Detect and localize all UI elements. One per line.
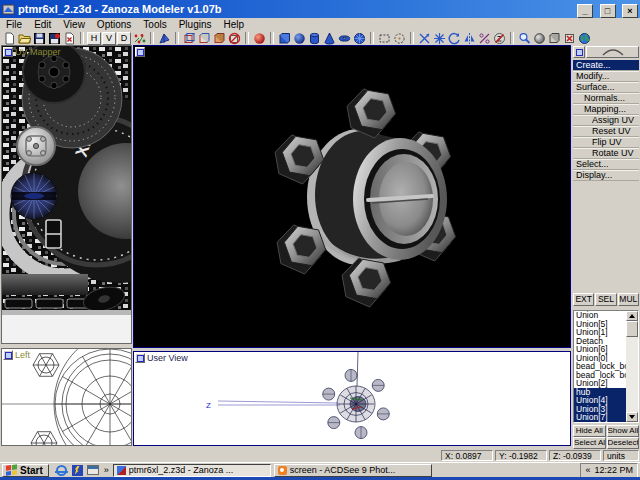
- view-cube-icon[interactable]: [547, 32, 562, 45]
- panel-menu-rotate-uv[interactable]: Rotate UV: [573, 148, 639, 159]
- panel-menu-flip-uv[interactable]: Flip UV: [573, 137, 639, 148]
- panel-menu-create[interactable]: Create...: [573, 60, 639, 71]
- quick-launch-overflow-chevron[interactable]: »: [104, 465, 109, 475]
- select-circle-icon[interactable]: [392, 32, 407, 45]
- viewport-maximize-icon[interactable]: [135, 353, 145, 363]
- menu-help[interactable]: Help: [218, 18, 251, 31]
- textured-cube-icon[interactable]: [212, 32, 227, 45]
- vertex-snap-icon[interactable]: [132, 32, 147, 45]
- menu-edit[interactable]: Edit: [28, 18, 57, 31]
- panel-menu-select[interactable]: Select...: [573, 159, 639, 170]
- prim-cone-icon[interactable]: [322, 32, 337, 45]
- panel-menu-normals[interactable]: Normals...: [573, 93, 639, 104]
- taskbar-task-acdsee[interactable]: screen - ACDSee 9 Phot...: [274, 464, 432, 477]
- scroll-thumb[interactable]: [626, 321, 638, 337]
- no-texture-icon[interactable]: [227, 32, 242, 45]
- mirror-tool-icon[interactable]: [462, 32, 477, 45]
- save-copy-icon[interactable]: [47, 32, 62, 45]
- hide-all-button[interactable]: Hide All: [573, 425, 606, 437]
- taskbar-task-zanoza[interactable]: ptmr6xl_2.z3d - Zanoza ...: [113, 464, 271, 477]
- internet-explorer-icon[interactable]: [55, 464, 68, 477]
- sel-button[interactable]: SEL: [595, 293, 616, 306]
- viewport-maximize-icon[interactable]: [3, 47, 13, 57]
- collapse-panel-button[interactable]: [586, 46, 639, 58]
- toggle-h-button[interactable]: H: [87, 32, 101, 45]
- rotate-tool-icon[interactable]: [447, 32, 462, 45]
- viewport-perspective[interactable]: [133, 45, 571, 348]
- toggle-d-button[interactable]: D: [117, 32, 131, 45]
- toggle-v-button[interactable]: V: [102, 32, 116, 45]
- panel-menu-assign-uv[interactable]: Assign UV: [573, 115, 639, 126]
- increment-snap-icon[interactable]: [477, 32, 492, 45]
- solid-cube-icon[interactable]: [197, 32, 212, 45]
- viewport-maximize-icon[interactable]: [3, 350, 13, 360]
- panel-menu-display[interactable]: Display...: [573, 170, 639, 181]
- uv-texture-image: XL: [2, 46, 131, 343]
- viewport-user-view[interactable]: Z User View: [133, 351, 571, 446]
- panel-menu-surface[interactable]: Surface...: [573, 82, 639, 93]
- object-list-item[interactable]: bead_lock_bolt: [574, 362, 626, 371]
- new-file-icon[interactable]: [2, 32, 17, 45]
- title-bar[interactable]: ptmr6xl_2.z3d - Zanoza Modeler v1.07b _ …: [0, 0, 640, 18]
- panel-menu-mapping[interactable]: Mapping...: [573, 104, 639, 115]
- object-list-item-selected[interactable]: Union[7]: [574, 413, 626, 422]
- prim-geosphere-icon[interactable]: [352, 32, 367, 45]
- close-button[interactable]: ×: [622, 4, 638, 18]
- object-list-item[interactable]: Union[6]: [574, 345, 626, 354]
- object-list-item-selected[interactable]: Union[4]: [574, 396, 626, 405]
- delete-view-icon[interactable]: [562, 32, 577, 45]
- tray-collapse-chevron[interactable]: «: [585, 465, 590, 475]
- menu-tools[interactable]: Tools: [137, 18, 172, 31]
- ext-button[interactable]: EXT: [573, 293, 594, 306]
- wire-cube-icon[interactable]: [182, 32, 197, 45]
- object-list-item[interactable]: Detach: [574, 337, 626, 346]
- local-axes-icon[interactable]: [157, 32, 172, 45]
- prim-cube-icon[interactable]: [277, 32, 292, 45]
- close-file-icon[interactable]: [62, 32, 77, 45]
- select-rect-icon[interactable]: [377, 32, 392, 45]
- show-desktop-icon[interactable]: [87, 464, 100, 477]
- viewport-uv-mapper[interactable]: XL: [1, 45, 132, 344]
- panel-options-icon[interactable]: [573, 46, 585, 58]
- menu-options[interactable]: Options: [91, 18, 137, 31]
- menu-view[interactable]: View: [57, 18, 91, 31]
- restore-button[interactable]: □: [600, 4, 616, 18]
- clock: 12:22 PM: [594, 465, 633, 475]
- panel-menu-modify[interactable]: Modify...: [573, 71, 639, 82]
- object-list-item-selected[interactable]: hub: [574, 388, 626, 397]
- object-list-item[interactable]: bead_lock_bolt[0]: [574, 371, 626, 380]
- menu-file[interactable]: File: [0, 18, 28, 31]
- background-earth-icon[interactable]: [577, 32, 592, 45]
- scale-tool-icon[interactable]: [432, 32, 447, 45]
- object-list-item[interactable]: Union[5]: [574, 320, 626, 329]
- save-icon[interactable]: [32, 32, 47, 45]
- object-list[interactable]: Union Union[5] Union[1] Detach Union[6] …: [573, 310, 639, 423]
- pan-sphere-icon[interactable]: [532, 32, 547, 45]
- minimize-button[interactable]: _: [577, 4, 593, 18]
- mul-button[interactable]: MUL: [618, 293, 639, 306]
- z-lock-icon[interactable]: [492, 32, 507, 45]
- scroll-down-icon[interactable]: [626, 412, 638, 422]
- object-list-item[interactable]: Union: [574, 311, 626, 320]
- viewport-left[interactable]: Left: [1, 348, 132, 446]
- start-button[interactable]: Start: [2, 464, 49, 477]
- menu-plugins[interactable]: Plugins: [173, 18, 218, 31]
- material-editor-icon[interactable]: [252, 32, 267, 45]
- prim-torus-icon[interactable]: [337, 32, 352, 45]
- object-list-item[interactable]: Union[0]: [574, 354, 626, 363]
- object-list-item[interactable]: Union[1]: [574, 328, 626, 337]
- panel-menu-reset-uv[interactable]: Reset UV: [573, 126, 639, 137]
- show-all-button[interactable]: Show All: [607, 425, 640, 437]
- object-list-item[interactable]: Union[2]: [574, 379, 626, 388]
- object-list-item-selected[interactable]: Union[3]: [574, 405, 626, 414]
- viewport-maximize-icon[interactable]: [135, 47, 145, 57]
- move-tool-icon[interactable]: [417, 32, 432, 45]
- object-list-scrollbar[interactable]: [626, 311, 638, 422]
- toolbar-separator: [510, 32, 514, 44]
- scroll-up-icon[interactable]: [626, 311, 638, 321]
- prim-cylinder-icon[interactable]: [307, 32, 322, 45]
- prim-sphere-icon[interactable]: [292, 32, 307, 45]
- zmodeler-quicklaunch-icon[interactable]: [71, 464, 84, 477]
- zoom-tool-icon[interactable]: [517, 32, 532, 45]
- open-file-icon[interactable]: [17, 32, 32, 45]
